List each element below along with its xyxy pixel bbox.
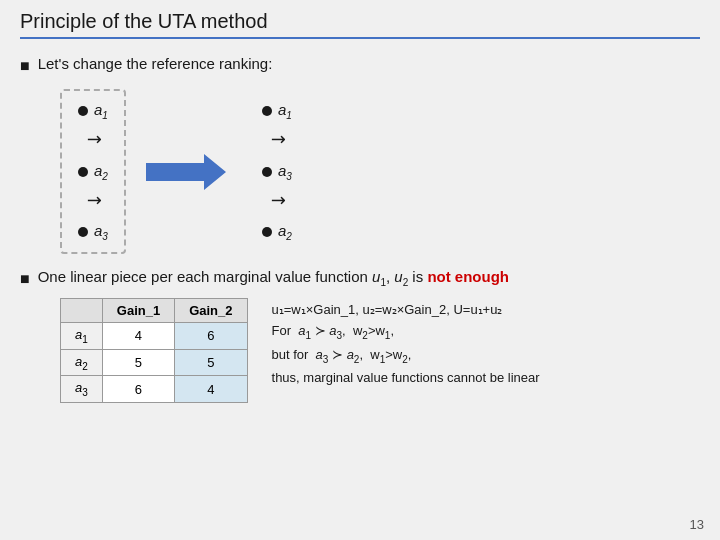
bullet1-text: Let's change the reference ranking:: [38, 55, 273, 72]
left-dot-a3: [78, 227, 88, 237]
left-label-a2: a2: [94, 162, 108, 182]
bullet1-dot: ■: [20, 57, 30, 75]
formula-line2: For a1 ≻ a3, w2>w1,: [272, 323, 540, 341]
right-label-a2: a2: [278, 222, 292, 242]
not-enough-text: not enough: [427, 268, 509, 285]
table-cell-label-a3: a3: [61, 376, 103, 403]
bullet1-section: ■ Let's change the reference ranking:: [20, 55, 700, 75]
right-dot-a1: [262, 106, 272, 116]
bullet2-text: One linear piece per each marginal value…: [38, 268, 509, 288]
bullet2-section: ■ One linear piece per each marginal val…: [20, 268, 700, 288]
left-rank-row-1: a1: [78, 101, 108, 121]
formula-line4: thus, marginal value functions cannot be…: [272, 370, 540, 385]
right-rank-row-3: a2: [262, 222, 292, 242]
table-cell-label-a2: a2: [61, 349, 103, 376]
right-label-a1: a1: [278, 101, 292, 121]
right-rank-row-2: a3: [262, 162, 292, 182]
page-number: 13: [690, 517, 704, 532]
right-arrow-2: ↗: [269, 190, 293, 214]
table-cell-gain2-a1: 6: [175, 323, 247, 350]
table-row: a3 6 4: [61, 376, 248, 403]
table-cell-gain2-a2: 5: [175, 349, 247, 376]
table-cell-gain1-a2: 5: [102, 349, 174, 376]
ranking-diagram: a1 ↗ a2 ↗ a3: [60, 89, 700, 254]
arrow-svg: [146, 154, 226, 190]
table-header-gain1: Gain_1: [102, 299, 174, 323]
right-ranking-box: a1 ↗ a3 ↗ a2: [246, 91, 308, 252]
gain-table: Gain_1 Gain_2 a1 4 6 a2 5 5 a3 6: [60, 298, 248, 403]
left-rank-row-3: a3: [78, 222, 108, 242]
table-header-empty: [61, 299, 103, 323]
formula-line1: u₁=w₁×Gain_1, u₂=w₂×Gain_2, U=u₁+u₂: [272, 302, 540, 317]
page: Principle of the UTA method ■ Let's chan…: [0, 0, 720, 540]
formula-line3: but for a3 ≻ a2, w1>w2,: [272, 347, 540, 365]
left-ranking-box: a1 ↗ a2 ↗ a3: [60, 89, 126, 254]
table-formula-area: Gain_1 Gain_2 a1 4 6 a2 5 5 a3 6: [60, 298, 700, 403]
left-rank-row-2: a2: [78, 162, 108, 182]
left-arrow-2: ↗: [85, 190, 109, 214]
right-rank-row-1: a1: [262, 101, 292, 121]
left-label-a3: a3: [94, 222, 108, 242]
svg-marker-0: [146, 154, 226, 190]
right-arrow-1: ↗: [269, 129, 293, 153]
right-label-a3: a3: [278, 162, 292, 182]
table-row: a2 5 5: [61, 349, 248, 376]
table-cell-gain1-a1: 4: [102, 323, 174, 350]
title-section: Principle of the UTA method: [20, 10, 700, 39]
page-title: Principle of the UTA method: [20, 10, 700, 33]
table-row: a1 4 6: [61, 323, 248, 350]
bullet2-dot: ■: [20, 270, 30, 288]
left-label-a1: a1: [94, 101, 108, 121]
table-header-gain2: Gain_2: [175, 299, 247, 323]
big-blue-arrow: [146, 154, 226, 190]
formula-area: u₁=w₁×Gain_1, u₂=w₂×Gain_2, U=u₁+u₂ For …: [272, 298, 540, 385]
left-dot-a1: [78, 106, 88, 116]
right-dot-a2: [262, 227, 272, 237]
right-dot-a3: [262, 167, 272, 177]
table-cell-gain1-a3: 6: [102, 376, 174, 403]
left-arrow-1: ↗: [85, 129, 109, 153]
left-dot-a2: [78, 167, 88, 177]
table-cell-gain2-a3: 4: [175, 376, 247, 403]
table-cell-label-a1: a1: [61, 323, 103, 350]
